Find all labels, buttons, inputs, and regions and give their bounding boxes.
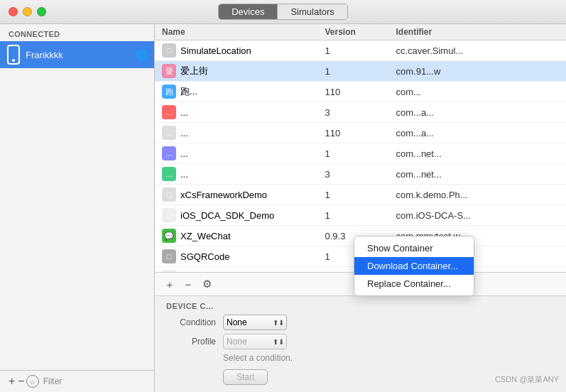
app-version: 3	[325, 107, 396, 118]
app-version: 1	[325, 66, 396, 77]
profile-select-wrapper: None ⬆⬇	[223, 334, 287, 349]
app-name: XZ_WeChat	[180, 231, 231, 241]
table-header: Name Version Identifier	[155, 24, 566, 40]
toolbar-gear-button[interactable]: ⚙	[199, 276, 214, 292]
filter-label: Filter	[43, 376, 62, 386]
app-icon: …	[162, 105, 176, 119]
app-name-cell: 愛 爱上街	[162, 64, 325, 78]
app-version: 1	[325, 210, 396, 221]
profile-row: Profile None ⬆⬇	[166, 334, 555, 349]
watermark: CSDN @菜菜ANY	[495, 374, 559, 385]
table-row[interactable]: … ... 3 com...net...	[155, 164, 566, 185]
table-row[interactable]: 愛 爱上街 1 com.91...w	[155, 61, 566, 82]
remove-button[interactable]: −	[16, 376, 26, 387]
app-version: 3	[325, 169, 396, 180]
close-button[interactable]	[9, 7, 18, 16]
device-name: Frankkkk	[26, 50, 136, 60]
app-name: 跑...	[180, 85, 197, 98]
device-panel-title: DEVICE C...	[166, 302, 555, 310]
condition-row: Condition None ⬆⬇	[166, 315, 555, 330]
context-menu: Show Container Download Container... Rep…	[354, 236, 474, 296]
condition-label: Condition	[166, 317, 216, 327]
condition-select-wrapper: None ⬆⬇	[223, 315, 287, 330]
minimize-button[interactable]	[23, 7, 32, 16]
profile-select[interactable]: None	[223, 334, 287, 349]
app-icon: □	[162, 208, 176, 222]
filter-icon: ⌕	[26, 375, 39, 388]
table-row[interactable]: □ xCsFrameworkDemo 1 com.k.demo.Ph...	[155, 185, 566, 205]
app-identifier: com...	[396, 87, 560, 97]
hint-row: Select a condition.	[166, 353, 555, 363]
app-version: 1	[325, 45, 396, 56]
context-menu-replace-container[interactable]: Replace Container...	[354, 275, 474, 293]
app-name: xCsFrameworkDemo	[180, 190, 267, 200]
app-icon: …	[162, 167, 176, 181]
col-name: Name	[162, 27, 325, 37]
tab-devices[interactable]: Devices	[219, 4, 278, 19]
app-icon: 💬	[162, 229, 176, 243]
app-name-cell: … ...	[162, 126, 325, 140]
table-row[interactable]: 跑 跑... 110 com...	[155, 82, 566, 102]
app-name-cell: □ iOS_DCA_SDK_Demo	[162, 208, 325, 222]
start-button[interactable]: Start	[223, 369, 268, 385]
title-bar: Devices Simulators	[0, 0, 566, 24]
toolbar-add-button[interactable]: +	[162, 276, 178, 292]
tab-simulators[interactable]: Simulators	[278, 4, 347, 19]
app-icon: 跑	[162, 85, 176, 99]
app-name-cell: … ...	[162, 146, 325, 160]
app-name: iOS_DCA_SDK_Demo	[180, 210, 274, 221]
app-name: 爱上街	[180, 65, 208, 77]
condition-select[interactable]: None	[223, 315, 287, 330]
app-icon: □	[162, 43, 176, 58]
app-name: ...	[180, 107, 188, 118]
table-row[interactable]: … ... 3 com...a...	[155, 102, 566, 123]
app-name-cell: □ SimulateLocation	[162, 43, 325, 58]
table-row[interactable]: … ... 110 com...a...	[155, 123, 566, 143]
main-layout: Connected Frankkkk 🌐 + − ⌕ Filter Name V…	[0, 24, 566, 392]
app-identifier: com...a...	[396, 128, 560, 138]
device-icon	[7, 45, 20, 65]
toolbar-remove-button[interactable]: −	[180, 276, 196, 292]
sidebar-device-row[interactable]: Frankkkk 🌐	[0, 41, 154, 68]
app-name: ...	[180, 148, 188, 159]
app-identifier: com...net...	[396, 169, 560, 180]
col-version: Version	[325, 27, 396, 37]
context-menu-download-container[interactable]: Download Container...	[354, 257, 474, 275]
window-controls	[9, 7, 46, 16]
app-name: ...	[180, 128, 188, 138]
tab-group: Devices Simulators	[218, 4, 348, 20]
sidebar-section-connected: Connected	[0, 24, 154, 41]
app-version: 110	[325, 128, 396, 138]
app-version: 1	[325, 148, 396, 159]
app-identifier: com...a...	[396, 107, 560, 118]
add-button[interactable]: +	[7, 376, 16, 387]
app-icon: …	[162, 146, 176, 160]
app-icon: □	[162, 187, 176, 202]
app-name: SimulateLocation	[180, 45, 251, 56]
table-row[interactable]: □ SimulateLocation 1 cc.caver.Simul...	[155, 40, 566, 61]
app-name-cell: □ xCsFrameworkDemo	[162, 187, 325, 202]
app-name-cell: 跑 跑...	[162, 85, 325, 99]
app-identifier: com.91...w	[396, 66, 560, 77]
apps-table[interactable]: Name Version Identifier □ SimulateLocati…	[155, 24, 566, 272]
table-row[interactable]: … ... 1 com...net...	[155, 143, 566, 164]
content-area: Name Version Identifier □ SimulateLocati…	[155, 24, 566, 392]
app-name-cell: □ SGQRCode	[162, 249, 325, 263]
app-identifier: com.iOS-DCA-S...	[396, 210, 560, 221]
context-menu-show-container[interactable]: Show Container	[354, 239, 474, 257]
app-name: SGQRCode	[180, 251, 229, 262]
sidebar-bottom: + − ⌕ Filter	[0, 370, 154, 392]
maximize-button[interactable]	[37, 7, 46, 16]
app-version: 110	[325, 87, 396, 97]
app-name-cell: … ...	[162, 167, 325, 181]
panel-hint: Select a condition.	[223, 353, 293, 363]
app-name: ...	[180, 169, 188, 180]
app-identifier: com.k.demo.Ph...	[396, 190, 560, 200]
sidebar: Connected Frankkkk 🌐 + − ⌕ Filter	[0, 24, 155, 392]
app-identifier: cc.caver.Simul...	[396, 45, 560, 56]
app-icon: □	[162, 249, 176, 263]
app-name-cell: … ...	[162, 105, 325, 119]
table-row[interactable]: □ iOS_DCA_SDK_Demo 1 com.iOS-DCA-S...	[155, 205, 566, 226]
device-settings-icon[interactable]: 🌐	[136, 49, 147, 60]
app-version: 1	[325, 190, 396, 200]
